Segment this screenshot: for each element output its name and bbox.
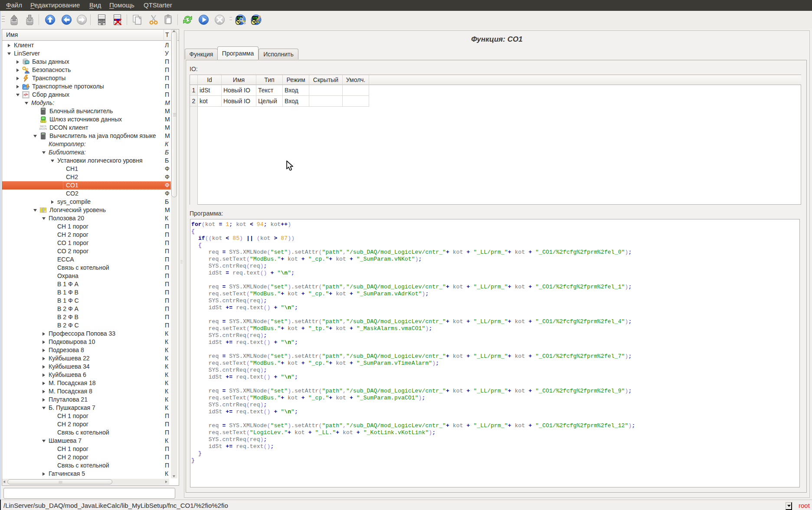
svg-text:DCON: DCON <box>39 128 47 130</box>
